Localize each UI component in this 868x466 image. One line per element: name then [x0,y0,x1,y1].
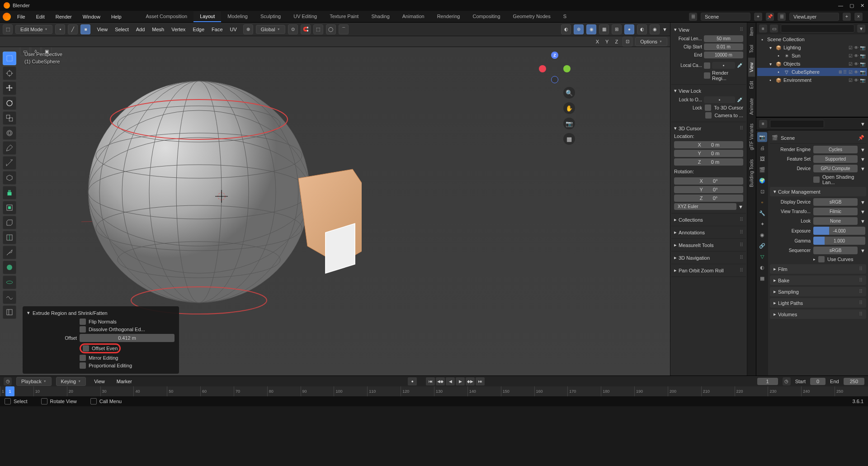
header-menu-vertex[interactable]: Vertex [168,25,189,34]
gizmo-toggle-icon[interactable]: ⊕ [574,24,584,34]
view-lock-header[interactable]: ▾View Lock [674,86,743,95]
collection-props-tab[interactable]: ⊡ [757,186,767,196]
lock-to-field[interactable]: ▪ [704,96,735,103]
scene-new-icon[interactable]: + [754,13,762,21]
mirror-checkbox[interactable] [80,355,86,361]
local-camera-field[interactable]: ▪ [712,62,735,69]
cursor-loc-x[interactable]: X 0 m [674,141,743,148]
scene-breadcrumb[interactable]: Scene [781,135,795,141]
camera-lock-icon[interactable]: ⊡ [623,37,632,47]
outliner-cubesphere[interactable]: •▽CubeSphere⊞ ☰☑ 👁 📷 [757,68,867,76]
operator-panel-header[interactable]: ▾Extrude Region and Shrink/Fatten [27,310,175,316]
render-props-tab[interactable]: 📷 [757,132,767,142]
props-type-icon[interactable]: ≡ [759,120,767,128]
workspace-tab-layout[interactable]: Layout [193,11,221,22]
header-menu-uv[interactable]: UV [226,25,241,34]
device-dropdown[interactable]: GPU Compute [813,165,858,172]
cursor-tool[interactable] [3,67,16,80]
pivot-icon[interactable]: ⊙ [288,24,298,34]
menu-help[interactable]: Help [107,12,126,21]
viewlayer-props-tab[interactable]: 🖼 [757,154,767,164]
offset-even-checkbox[interactable] [83,345,89,352]
extrude-tool[interactable] [3,186,16,200]
physics-props-tab[interactable]: ◉ [757,230,767,240]
lock-cursor-checkbox[interactable] [705,105,711,111]
snap-icon[interactable]: 🧲 [301,24,311,34]
workspace-tab-shading[interactable]: Shading [365,11,396,22]
outliner-filter-icon[interactable]: ▼ [857,24,865,33]
edge-select-icon[interactable]: ╱ [68,24,78,34]
use-curves-checkbox[interactable] [818,256,825,262]
smooth-tool[interactable] [3,290,16,304]
texture-props-tab[interactable]: ▦ [757,273,767,283]
flip-normals-checkbox[interactable] [80,319,86,325]
panel-pan-orbit-zoom-roll[interactable]: ▸Pan Orbit Zoom Roll⠿ [674,266,743,275]
osl-checkbox[interactable] [813,176,820,183]
viewlayer-field[interactable]: ViewLayer [789,13,839,21]
xray-icon[interactable]: ▦ [599,24,609,34]
camera-view-icon[interactable]: 📷 [563,118,575,129]
object-props-tab[interactable]: ▫ [757,197,767,207]
clip-start-field[interactable]: 0.01 m [704,43,743,50]
outliner-environment[interactable]: •📦Environment☑ 👁 📷 [757,76,867,84]
cursor-loc-y[interactable]: Y 0 m [674,150,743,157]
props-volumes[interactable]: ▸Volumes⠿ [770,309,866,319]
workspace-tab-sculpting[interactable]: Sculpting [254,11,287,22]
keying-menu[interactable]: Keying▼ [56,377,86,386]
npanel-tab-view[interactable]: View [748,58,755,77]
npanel-tab-building-tools[interactable]: Building Tools [748,155,755,192]
workspace-tab-s[interactable]: S [557,11,573,22]
offset-value-field[interactable]: 0.412 m [80,334,175,342]
exposure-slider[interactable]: -4.000 [813,227,865,235]
sequencer-dropdown[interactable]: sRGB [813,247,858,254]
layer-new-icon[interactable]: + [843,13,851,21]
view-panel-header[interactable]: ▾View⠿ [674,25,743,34]
navigation-gizmo[interactable]: Z [539,52,571,83]
loopcut-tool[interactable] [3,231,16,244]
play-reverse-icon[interactable]: ◀ [446,377,455,385]
header-menu-edge[interactable]: Edge [189,25,208,34]
outliner-objects[interactable]: ▾📦Objects☑ 👁 📷 [757,60,867,68]
cursor-rot-y[interactable]: Y 0° [674,186,743,193]
panel-collections[interactable]: ▸Collections⠿ [674,215,743,224]
keyframe-next-icon[interactable]: ◆▶ [466,377,475,385]
outliner-lighting[interactable]: ▾📦Lighting☑ 👁 📷 [757,43,867,52]
header-menu-view[interactable]: View [93,25,111,34]
props-bake[interactable]: ▸Bake⠿ [770,276,866,285]
camera-to-checkbox[interactable] [705,112,712,119]
overlay-toggle-icon[interactable]: ◉ [586,24,596,34]
blender-logo-icon[interactable] [3,13,11,21]
current-frame-field[interactable]: 1 [757,378,778,385]
measure-tool[interactable] [3,156,16,170]
mode-dropdown[interactable]: Edit Mode▼ [15,25,52,34]
polybuild-tool[interactable] [3,261,16,274]
modifier-props-tab[interactable]: 🔧 [757,208,767,218]
props-film[interactable]: ▸Film⠿ [770,264,866,274]
vertex-select-icon[interactable]: ▪ [55,24,65,34]
proportional-checkbox[interactable] [80,362,86,369]
jump-end-icon[interactable]: ⏭ [476,377,485,385]
timeline-playhead[interactable]: 1 [5,386,14,396]
mesh-visibility-icon[interactable]: ◐ [561,24,571,34]
look-dropdown[interactable]: None [813,217,858,225]
menu-window[interactable]: Window [78,12,105,21]
viewport-mesh[interactable] [81,56,362,337]
npanel-tab-animate[interactable]: Animate [748,94,755,119]
feature-set-dropdown[interactable]: Supported [813,155,858,163]
move-tool[interactable] [3,81,16,95]
timeline-type-icon[interactable]: ◷ [4,377,12,385]
autokey-icon[interactable]: ● [408,377,417,385]
face-select-icon[interactable]: ■ [80,24,90,34]
material-props-tab[interactable]: ◐ [757,262,767,272]
scene-props-tab[interactable]: 🎬 [757,165,767,175]
shading-rendered-icon[interactable]: ◉ [650,24,660,34]
focal-length-field[interactable]: 50 mm [704,35,743,42]
end-frame-field[interactable]: 250 [844,378,864,385]
shading-wire-icon[interactable]: ⊞ [612,24,622,34]
global-dropdown[interactable]: Global▼ [256,25,285,34]
npanel-tab-item[interactable]: Item [748,23,755,40]
scene-pin-icon[interactable]: 📌 [766,13,774,21]
options-dropdown[interactable]: Options▼ [635,37,667,46]
panel-annotations[interactable]: ▸Annotations⠿ [674,228,743,237]
spin-tool[interactable] [3,276,16,289]
